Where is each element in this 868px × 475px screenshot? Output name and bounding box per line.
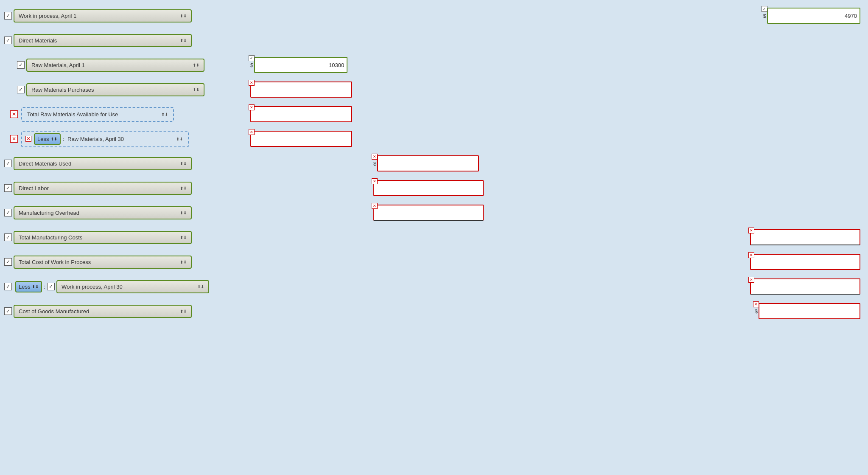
dropdown-arrow: ⬆⬇ [180,14,187,18]
x-badge-total-manufacturing-costs: ✕ [748,228,754,233]
checkbox2-less-wip[interactable] [47,283,55,290]
check-badge-wip-april1: ✓ [762,6,767,12]
row-less-wip-april30: Less ⬆⬇ : Work in process, April 30 ⬆⬇ ✕ [4,275,864,298]
input-raw-materials-april30[interactable] [250,131,352,147]
label-direct-labor[interactable]: Direct Labor ⬆⬇ [14,182,192,195]
row-less-raw-materials-april30: Less ⬆⬇ : Raw Materials, April 30 ⬆⬇ ✕ [4,127,864,150]
input-container-cost-goods-manufactured: ✕ $ [755,303,860,319]
input-container-wip-april30: ✕ [750,278,860,295]
checkbox-cost-goods-manufactured[interactable] [4,307,12,315]
input-manufacturing-overhead[interactable] [373,205,484,221]
dropdown-arrow: ⬆⬇ [180,186,187,191]
label-raw-materials-purchases[interactable]: Raw Materials Purchases ⬆⬇ [26,83,204,96]
checkbox-less-wip[interactable] [4,283,12,290]
x-badge-raw-materials-purchases: ✕ [249,80,255,86]
input-total-cost-wip[interactable] [750,254,860,270]
input-cost-goods-manufactured[interactable] [759,303,860,319]
checkbox-work-in-process-april1[interactable] [4,12,12,20]
label-total-manufacturing-costs[interactable]: Total Manufacturing Costs ⬆⬇ [14,231,192,244]
dropdown-arrow: ⬆⬇ [180,161,187,166]
input-raw-materials-april1[interactable] [254,57,347,73]
input-container-total-raw-materials: ✕ [250,106,373,122]
row-direct-materials: Direct Materials ⬆⬇ [4,29,864,52]
row-work-in-process-april1: Work in process, April 1 ⬆⬇ ✓ $ [4,4,864,27]
input-container-direct-materials-used: ✕ $ [373,155,479,171]
dropdown-arrow: ⬆⬇ [180,260,187,264]
modifier-less-raw-materials[interactable]: Less ⬆⬇ [34,133,61,145]
row-direct-materials-used: Direct Materials Used ⬆⬇ ✕ $ [4,152,864,175]
input-raw-materials-purchases[interactable] [250,82,352,98]
x-badge-manufacturing-overhead: ✕ [372,203,378,209]
input-wip-april1[interactable] [767,8,860,24]
checkbox2-less-raw-materials[interactable] [25,136,31,142]
checkbox-less-raw-materials[interactable] [10,135,18,143]
check-badge-raw-materials-april1: ✓ [249,55,255,61]
x-badge-cost-goods-manufactured: ✕ [753,301,759,307]
input-container-total-manufacturing-costs: ✕ [750,229,860,245]
dropdown-arrow: ⬆⬇ [176,137,183,141]
dropdown-arrow: ⬆⬇ [180,211,187,215]
checkbox-raw-materials-purchases[interactable] [17,86,25,93]
input-container-raw-materials-april30: ✕ [250,131,373,147]
input-direct-labor[interactable] [373,180,484,196]
modifier-less-wip[interactable]: Less ⬆⬇ [15,281,42,292]
row-raw-materials-april1: Raw Materials, April 1 ⬆⬇ ✓ $ [4,53,864,76]
checkbox-manufacturing-overhead[interactable] [4,209,12,216]
label-raw-materials-april30[interactable]: Raw Materials, April 30 ⬆⬇ [66,134,185,144]
checkbox-direct-materials[interactable] [4,37,12,44]
input-wip-april30[interactable] [750,278,860,295]
dropdown-arrow: ⬆⬇ [193,87,199,92]
row-direct-labor: Direct Labor ⬆⬇ ✕ [4,177,864,200]
x-badge-raw-materials-april30: ✕ [249,129,255,135]
checkbox-total-raw-materials[interactable] [10,110,18,118]
input-container-total-cost-wip: ✕ [750,254,860,270]
checkbox-raw-materials-april1[interactable] [17,61,25,69]
label-total-raw-materials[interactable]: Total Raw Materials Available for Use ⬆⬇ [25,110,170,119]
checkbox-direct-labor[interactable] [4,184,12,192]
input-container-wip-april1: ✓ $ [763,8,860,24]
checkbox-direct-materials-used[interactable] [4,160,12,167]
label-direct-materials[interactable]: Direct Materials ⬆⬇ [14,34,192,47]
dropdown-arrow: ⬆⬇ [197,284,204,289]
row-total-cost-wip: Total Cost of Work in Process ⬆⬇ ✕ [4,250,864,273]
row-manufacturing-overhead: Manufacturing Overhead ⬆⬇ ✕ [4,201,864,224]
label-manufacturing-overhead[interactable]: Manufacturing Overhead ⬆⬇ [14,206,192,219]
input-container-raw-materials-april1: ✓ $ [250,57,373,73]
x-badge-wip-april30: ✕ [748,277,754,283]
dashed-total-raw-materials: Total Raw Materials Available for Use ⬆⬇ [21,107,174,122]
x-badge-total-raw-materials: ✕ [249,104,255,110]
input-direct-materials-used[interactable] [377,155,479,171]
label-direct-materials-used[interactable]: Direct Materials Used ⬆⬇ [14,157,192,170]
dropdown-arrow: ⬆⬇ [180,235,187,240]
label-total-cost-wip[interactable]: Total Cost of Work in Process ⬆⬇ [14,256,192,269]
x-badge-direct-materials-used: ✕ [372,154,378,160]
row-total-manufacturing-costs: Total Manufacturing Costs ⬆⬇ ✕ [4,226,864,249]
checkbox-total-cost-wip[interactable] [4,258,12,266]
dropdown-arrow: ⬆⬇ [180,38,187,43]
dropdown-arrow: ⬆⬇ [161,112,168,117]
input-total-manufacturing-costs[interactable] [750,229,860,245]
checkbox-total-manufacturing-costs[interactable] [4,233,12,241]
row-raw-materials-purchases: Raw Materials Purchases ⬆⬇ ✕ [4,78,864,101]
dropdown-arrow: ⬆⬇ [193,63,199,67]
dashed-less-raw-materials: Less ⬆⬇ : Raw Materials, April 30 ⬆⬇ [21,131,189,147]
input-container-direct-labor: ✕ [373,180,484,196]
x-badge-total-cost-wip: ✕ [748,252,754,258]
dropdown-arrow: ⬆⬇ [180,309,187,314]
x-badge-direct-labor: ✕ [372,178,378,184]
row-cost-goods-manufactured: Cost of Goods Manufactured ⬆⬇ ✕ $ [4,300,864,323]
input-container-manufacturing-overhead: ✕ [373,205,484,221]
label-cost-goods-manufactured[interactable]: Cost of Goods Manufactured ⬆⬇ [14,305,192,318]
input-container-raw-materials-purchases: ✕ [250,82,373,98]
label-wip-april30[interactable]: Work in process, April 30 ⬆⬇ [56,280,209,293]
label-work-in-process-april1[interactable]: Work in process, April 1 ⬆⬇ [14,9,192,22]
label-raw-materials-april1[interactable]: Raw Materials, April 1 ⬆⬇ [26,59,204,72]
row-total-raw-materials: Total Raw Materials Available for Use ⬆⬇… [4,103,864,126]
input-total-raw-materials[interactable] [250,106,352,122]
page-container: Work in process, April 1 ⬆⬇ ✓ $ Direct M… [0,0,868,475]
